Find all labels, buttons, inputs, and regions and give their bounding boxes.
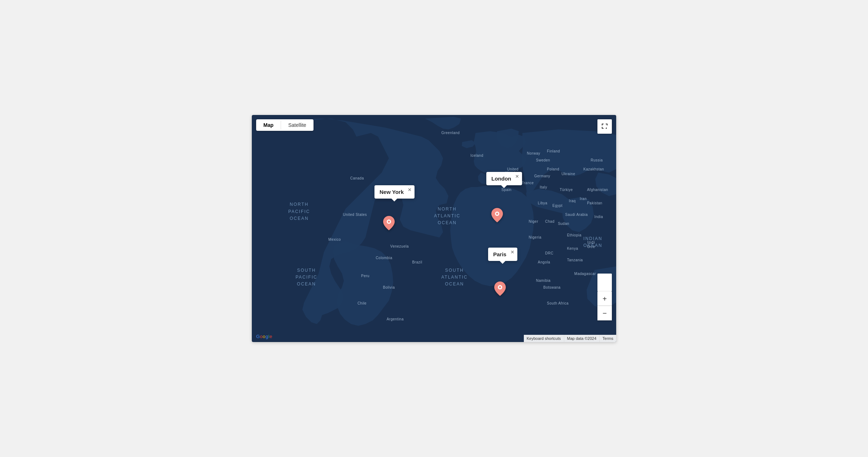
zoom-out-button[interactable]: − <box>597 306 612 320</box>
map-toggle-button[interactable]: Map <box>256 119 281 131</box>
new-york-pin-icon <box>383 216 395 230</box>
new-york-pin[interactable] <box>383 216 395 232</box>
new-york-label: New York <box>380 189 404 195</box>
zoom-controls: + − <box>597 292 612 320</box>
terms-link[interactable]: Terms <box>599 335 616 342</box>
paris-label: Paris <box>493 251 507 257</box>
svg-point-3 <box>496 213 498 215</box>
new-york-close-button[interactable]: ✕ <box>408 187 412 192</box>
map-satellite-toggle: Map Satellite <box>256 119 314 131</box>
svg-point-1 <box>388 221 390 223</box>
fullscreen-icon <box>601 123 608 130</box>
london-close-button[interactable]: ✕ <box>515 174 519 179</box>
map-footer: Keyboard shortcuts Map data ©2024 Terms <box>524 335 616 342</box>
google-logo: Google <box>256 334 272 339</box>
paris-info-window: ✕ Paris <box>488 248 517 261</box>
map-container: NorthPacificOcean NorthAtlanticOcean Sou… <box>252 115 616 342</box>
paris-close-button[interactable]: ✕ <box>510 250 514 254</box>
london-pin[interactable] <box>491 208 503 224</box>
paris-pin[interactable] <box>494 281 506 297</box>
keyboard-shortcuts-link[interactable]: Keyboard shortcuts <box>524 335 564 342</box>
london-pin-icon <box>491 208 503 222</box>
london-info-window: ✕ London <box>486 172 522 185</box>
map-background: NorthPacificOcean NorthAtlanticOcean Sou… <box>252 115 616 342</box>
map-data-attribution: Map data ©2024 <box>564 335 600 342</box>
map-layer-control[interactable] <box>597 274 612 292</box>
new-york-info-window: ✕ New York <box>374 185 415 199</box>
london-label: London <box>491 176 511 182</box>
world-map-svg <box>252 115 616 342</box>
satellite-toggle-button[interactable]: Satellite <box>281 119 314 131</box>
zoom-in-button[interactable]: + <box>597 292 612 306</box>
paris-pin-icon <box>494 281 506 296</box>
fullscreen-button[interactable] <box>597 119 612 134</box>
svg-point-5 <box>499 286 501 288</box>
